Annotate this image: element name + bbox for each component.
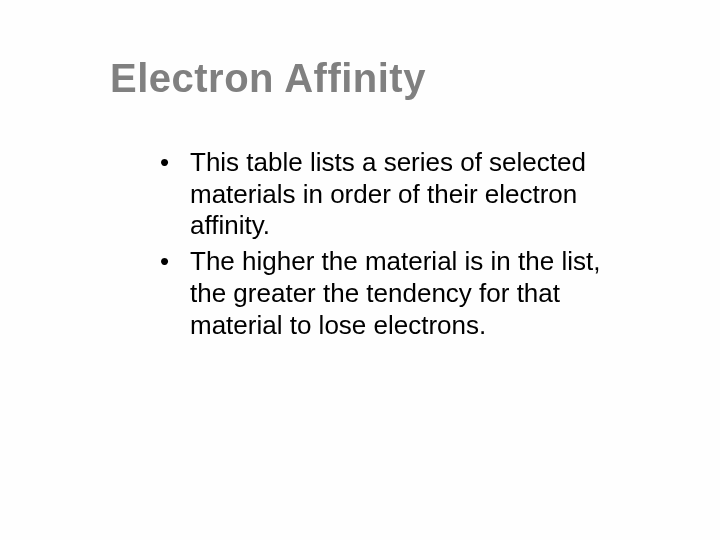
slide-content: This table lists a series of selected ma… — [110, 147, 640, 341]
bullet-item: The higher the material is in the list, … — [160, 246, 640, 341]
bullet-item: This table lists a series of selected ma… — [160, 147, 640, 242]
slide-title: Electron Affinity — [110, 56, 640, 101]
bullet-list: This table lists a series of selected ma… — [160, 147, 640, 341]
slide: Electron Affinity This table lists a ser… — [0, 0, 720, 540]
